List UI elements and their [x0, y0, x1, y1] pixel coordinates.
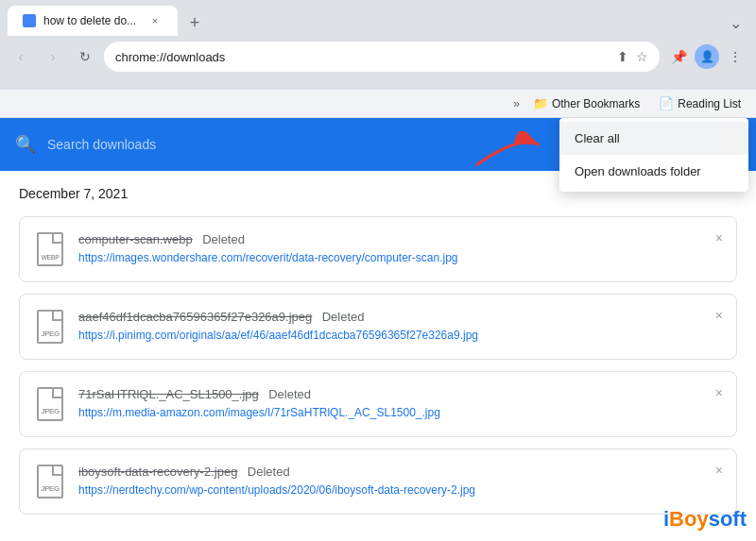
chevrons-icon: »	[513, 97, 520, 110]
open-downloads-folder-menu-item[interactable]: Open downloads folder	[559, 155, 748, 188]
tab-favicon	[23, 14, 36, 27]
downloads-body: December 7, 2021 WEBP computer-scan.webp…	[0, 171, 756, 541]
download-info-2: aaef46df1dcacba76596365f27e326a9.jpeg De…	[78, 308, 721, 342]
page-content: 🔍 Clear all Open downloads folder Decemb…	[0, 118, 756, 541]
profile-avatar[interactable]: 👤	[695, 44, 719, 69]
profile-icon[interactable]: 👤	[694, 43, 720, 70]
share-icon[interactable]: ⬆	[617, 49, 628, 64]
watermark-highlight: Boy	[669, 507, 709, 531]
download-info-3: 71rSaHTRlQL._AC_SL1500_.jpg Deleted http…	[78, 385, 721, 419]
download-info-1: computer-scan.webp Deleted https://image…	[78, 230, 721, 264]
browser-chrome: how to delete do... × + ⌄ ‹ › ↻ chrome:/…	[0, 0, 756, 90]
address-bar: ‹ › ↻ chrome://downloads ⬆ ☆ 📌 👤 ⋮	[0, 36, 756, 77]
toolbar-right: 📌 👤 ⋮	[665, 43, 748, 70]
forward-button[interactable]: ›	[40, 43, 66, 70]
tab-menu-button[interactable]: ⌄	[722, 9, 748, 36]
download-url-4[interactable]: https://nerdtechy.com/wp-content/uploads…	[78, 483, 532, 497]
download-status-2: Deleted	[322, 310, 365, 324]
download-item: JPEG iboysoft-data-recovery-2.jpeg Delet…	[19, 448, 737, 515]
new-tab-button[interactable]: +	[181, 9, 208, 36]
menu-button[interactable]: ⋮	[722, 43, 748, 70]
file-icon-1: WEBP	[35, 230, 65, 268]
red-arrow-indicator	[472, 131, 548, 173]
tab-close-button[interactable]: ×	[147, 13, 163, 28]
tab-title: how to delete do...	[43, 14, 140, 27]
download-url-2[interactable]: https://i.pinimg.com/originals/aa/ef/46/…	[78, 329, 532, 342]
file-type-icon: WEBP	[37, 232, 63, 266]
active-tab[interactable]: how to delete do... ×	[8, 6, 178, 36]
download-info-4: iboysoft-data-recovery-2.jpeg Deleted ht…	[78, 463, 721, 497]
download-url-1[interactable]: https://images.wondershare.com/recoverit…	[78, 251, 532, 264]
download-filename-2: aaef46df1dcacba76596365f27e326a9.jpeg	[78, 310, 312, 324]
file-icon-3: JPEG	[35, 385, 65, 423]
download-filename-4: iboysoft-data-recovery-2.jpeg	[78, 465, 237, 479]
pin-icon[interactable]: 📌	[665, 43, 692, 70]
reading-list-label: Reading List	[678, 97, 741, 110]
download-filename-3: 71rSaHTRlQL._AC_SL1500_.jpg	[78, 387, 259, 401]
bookmarks-bar: » 📁 Other Bookmarks 📄 Reading List	[0, 90, 756, 118]
downloads-dropdown-menu: Clear all Open downloads folder	[559, 118, 748, 192]
url-text: chrome://downloads	[115, 50, 610, 64]
download-status-4: Deleted	[248, 465, 290, 479]
clear-all-menu-item[interactable]: Clear all	[559, 122, 748, 155]
folder-icon: 📁	[533, 96, 548, 110]
file-type-icon: JPEG	[37, 387, 63, 421]
search-icon: 🔍	[15, 134, 36, 155]
close-download-3[interactable]: ×	[715, 385, 723, 400]
close-download-1[interactable]: ×	[715, 230, 723, 245]
download-item: WEBP computer-scan.webp Deleted https://…	[19, 216, 737, 282]
refresh-button[interactable]: ↻	[72, 43, 98, 70]
file-type-icon: JPEG	[37, 465, 63, 499]
close-download-2[interactable]: ×	[715, 308, 723, 323]
tab-bar: how to delete do... × + ⌄	[0, 0, 756, 36]
watermark-suffix: soft	[709, 507, 747, 531]
download-url-3[interactable]: https://m.media-amazon.com/images/I/71rS…	[78, 406, 532, 419]
download-item: JPEG aaef46df1dcacba76596365f27e326a9.jp…	[19, 294, 737, 360]
download-status-3: Deleted	[268, 387, 311, 401]
close-download-4[interactable]: ×	[715, 463, 723, 478]
download-status-1: Deleted	[202, 232, 245, 246]
file-icon-2: JPEG	[35, 308, 65, 346]
file-icon-4: JPEG	[35, 463, 65, 500]
reading-list-button[interactable]: 📄 Reading List	[651, 93, 748, 113]
reading-list-icon: 📄	[659, 96, 674, 110]
iboysoft-watermark: iBoysoft	[663, 507, 747, 532]
download-item: JPEG 71rSaHTRlQL._AC_SL1500_.jpg Deleted…	[19, 371, 737, 437]
download-filename-1: computer-scan.webp	[78, 232, 193, 246]
back-button[interactable]: ‹	[8, 43, 34, 70]
star-icon[interactable]: ☆	[636, 49, 648, 64]
file-type-icon: JPEG	[37, 310, 63, 344]
other-bookmarks[interactable]: 📁 Other Bookmarks	[525, 93, 647, 113]
downloads-header-wrapper: 🔍 Clear all Open downloads folder	[0, 118, 756, 171]
other-bookmarks-label: Other Bookmarks	[552, 97, 640, 110]
url-bar[interactable]: chrome://downloads ⬆ ☆	[104, 42, 660, 72]
